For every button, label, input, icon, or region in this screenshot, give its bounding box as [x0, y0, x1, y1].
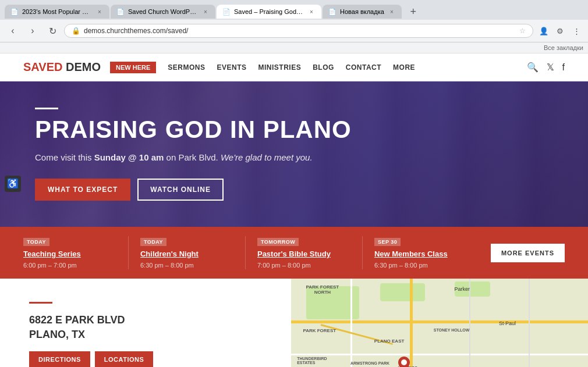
browser-tab-3[interactable]: 📄 Saved – Praising God in Plano ×	[217, 5, 321, 19]
tab-label: Saved – Praising God in Plano	[234, 8, 304, 15]
map-label-stpaul: St·Paul	[499, 320, 516, 326]
hero-subtitle: Come visit this Sunday @ 10 am on Park B…	[35, 152, 352, 162]
hero-accent-line	[35, 108, 58, 109]
subtitle-bold: Sunday @ 10 am	[94, 152, 164, 162]
event-badge-1: TODAY	[23, 238, 49, 246]
tab-label: Новая вкладка	[340, 8, 384, 15]
map-pin	[398, 357, 410, 367]
main-nav: SERMONS EVENTS MINISTRIES BLOG CONTACT M…	[168, 63, 415, 72]
map-label-plano-east: PLANO EAST	[374, 339, 405, 344]
map-background: PARK FORESTNORTH Parker PARK FOREST THUN…	[291, 279, 588, 367]
hero-content: PRAISING GOD IN PLANO Come visit this Su…	[0, 90, 387, 218]
locations-button[interactable]: LOCATIONS	[95, 351, 153, 367]
what-to-expect-button[interactable]: WHAT TO EXPECT	[35, 179, 130, 201]
nav-sermons[interactable]: SERMONS	[168, 63, 205, 72]
event-name-4[interactable]: New Members Class	[374, 250, 467, 258]
tab-label: Saved Church WordPress The...	[128, 8, 198, 15]
profile-icon[interactable]: 👤	[537, 24, 551, 38]
event-name-1[interactable]: Teaching Series	[23, 250, 116, 258]
svg-point-0	[401, 359, 407, 365]
forward-button[interactable]: ›	[24, 23, 41, 39]
nav-more[interactable]: MORE	[393, 63, 415, 72]
subtitle-italic: We're glad to meet you.	[221, 152, 313, 162]
location-accent-line	[29, 302, 52, 304]
new-tab-button[interactable]: +	[405, 3, 421, 20]
location-address: 6822 E PARK BLVD PLANO, TX	[29, 313, 262, 342]
tab-close-2[interactable]: ×	[201, 8, 210, 16]
site-header: SAVED DEMO NEW HERE SERMONS EVENTS MINIS…	[0, 54, 588, 81]
map-road-h1	[291, 320, 588, 323]
twitter-icon[interactable]: 𝕏	[547, 62, 554, 73]
tab-favicon: 📄	[222, 8, 231, 16]
tab-close-4[interactable]: ×	[388, 8, 396, 16]
bookmarks-bar: Все закладки	[0, 42, 588, 54]
more-events-button[interactable]: MORE EVENTS	[491, 244, 565, 262]
hero-section: PRAISING GOD IN PLANO Come visit this Su…	[0, 81, 588, 227]
map-road-v4	[529, 279, 530, 367]
menu-icon[interactable]: ⋮	[569, 24, 583, 38]
map-park-2	[380, 283, 425, 301]
subtitle-start: Come visit this	[35, 152, 94, 162]
tab-close-3[interactable]: ×	[307, 8, 316, 16]
map-section[interactable]: PARK FORESTNORTH Parker PARK FOREST THUN…	[291, 279, 588, 367]
address-line1: 6822 E PARK BLVD	[29, 313, 262, 327]
nav-ministries[interactable]: MINISTRIES	[258, 63, 301, 72]
reload-button[interactable]: ↻	[44, 23, 61, 39]
map-label-park-forest: PARK FOREST	[303, 328, 336, 333]
map-label-parker: Parker	[455, 286, 470, 292]
browser-tabs: 📄 2023's Most Popular and Be... × 📄 Save…	[0, 0, 588, 20]
facebook-icon[interactable]: f	[562, 62, 565, 73]
site-logo[interactable]: SAVED DEMO	[23, 60, 101, 74]
logo-saved: SAVED	[23, 60, 62, 73]
star-icon[interactable]: ☆	[519, 27, 526, 35]
browser-tab-1[interactable]: 📄 2023's Most Popular and Be... ×	[5, 5, 109, 19]
map-label-thunderbird: THUNDERBIRDESTATES	[297, 357, 327, 365]
accessibility-widget[interactable]: ♿	[5, 176, 21, 192]
map-label-park-north: PARK FORESTNORTH	[306, 284, 339, 295]
address-line2: PLANO, TX	[29, 327, 262, 342]
event-time-4: 6:30 pm – 8:00 pm	[374, 262, 428, 269]
website: SAVED DEMO NEW HERE SERMONS EVENTS MINIS…	[0, 54, 588, 367]
map-label-armstrong: ARMSTRONG PARK	[350, 361, 389, 365]
browser-tab-4[interactable]: 📄 Новая вкладка ×	[323, 5, 402, 19]
event-badge-4: SEP 30	[374, 238, 401, 246]
location-info: 6822 E PARK BLVD PLANO, TX DIRECTIONS LO…	[0, 279, 291, 367]
logo-demo: DEMO	[62, 60, 101, 73]
subtitle-mid: on Park Blvd.	[164, 152, 221, 162]
directions-button[interactable]: DIRECTIONS	[29, 351, 90, 367]
new-here-badge[interactable]: NEW HERE	[110, 62, 156, 73]
address-text: demos.churchthemes.com/saved/	[84, 27, 516, 35]
nav-blog[interactable]: BLOG	[313, 63, 334, 72]
browser-chrome: 📄 2023's Most Popular and Be... × 📄 Save…	[0, 0, 588, 54]
events-list: TODAY Teaching Series 6:00 pm – 7:00 pm …	[23, 236, 479, 269]
event-time-2: 6:30 pm – 8:00 pm	[140, 262, 194, 269]
event-item-3: TOMORROW Pastor's Bible Study 7:00 pm – …	[246, 236, 363, 269]
location-buttons: DIRECTIONS LOCATIONS	[29, 351, 262, 367]
map-label-stoney: STONEY HOLLOW	[434, 328, 470, 332]
event-time-3: 7:00 pm – 8:00 pm	[257, 262, 311, 269]
hero-buttons: WHAT TO EXPECT WATCH ONLINE	[35, 179, 352, 201]
map-road-v1	[350, 279, 352, 367]
tab-favicon: 📄	[10, 8, 19, 16]
tab-favicon: 📄	[116, 8, 125, 16]
tab-favicon: 📄	[328, 8, 336, 16]
event-name-3[interactable]: Pastor's Bible Study	[257, 250, 350, 258]
event-name-2[interactable]: Children's Night	[140, 250, 233, 258]
header-right: 🔍 𝕏 f	[527, 62, 565, 73]
nav-events[interactable]: EVENTS	[217, 63, 246, 72]
map-road-h2	[291, 354, 588, 355]
nav-contact[interactable]: CONTACT	[346, 63, 381, 72]
lock-icon: 🔒	[72, 27, 80, 35]
hero-title: PRAISING GOD IN PLANO	[35, 116, 352, 143]
watch-online-button[interactable]: WATCH ONLINE	[137, 179, 224, 201]
search-icon[interactable]: 🔍	[527, 62, 539, 73]
event-badge-2: TODAY	[140, 238, 167, 246]
browser-tab-2[interactable]: 📄 Saved Church WordPress The... ×	[111, 5, 215, 19]
back-button[interactable]: ‹	[5, 23, 21, 39]
address-bar[interactable]: 🔒 demos.churchthemes.com/saved/ ☆	[64, 24, 533, 38]
extension-icon[interactable]: ⚙	[553, 24, 567, 38]
event-item-1: TODAY Teaching Series 6:00 pm – 7:00 pm	[23, 236, 129, 269]
tab-close-1[interactable]: ×	[95, 8, 104, 16]
toolbar-icons: 👤 ⚙ ⋮	[537, 24, 583, 38]
bookmarks-label: Все закладки	[544, 44, 583, 51]
